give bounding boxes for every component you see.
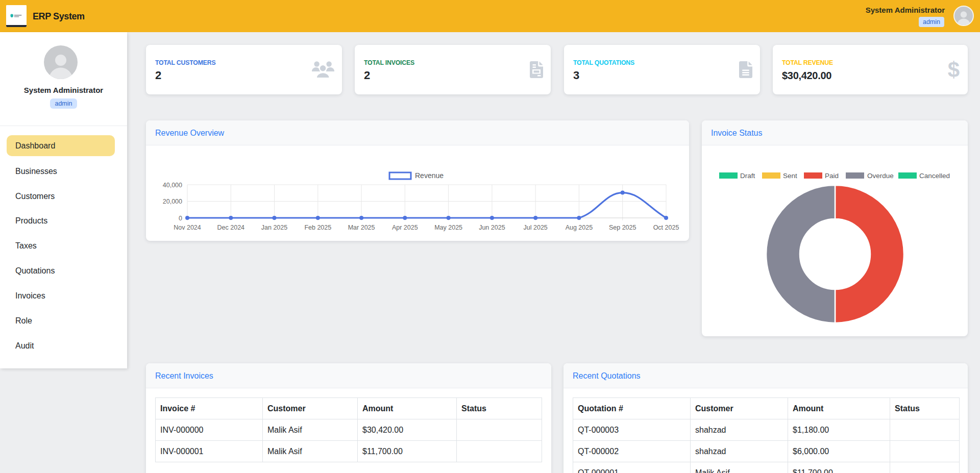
svg-text:Aug 2025: Aug 2025 <box>566 224 593 231</box>
svg-text:Revenue: Revenue <box>415 171 444 180</box>
svg-text:Jan 2025: Jan 2025 <box>261 224 287 231</box>
svg-text:Draft: Draft <box>740 172 755 180</box>
svg-text:0: 0 <box>179 215 182 222</box>
svg-text:Nov 2024: Nov 2024 <box>174 224 201 231</box>
svg-text:Sep 2025: Sep 2025 <box>609 224 636 231</box>
svg-text:Jul 2025: Jul 2025 <box>524 224 548 231</box>
svg-text:May 2025: May 2025 <box>434 224 462 231</box>
svg-text:Apr 2025: Apr 2025 <box>392 224 418 231</box>
svg-text:Cancelled: Cancelled <box>919 172 950 180</box>
svg-text:Sent: Sent <box>783 172 797 180</box>
svg-text:Mar 2025: Mar 2025 <box>348 224 375 231</box>
svg-text:Dec 2024: Dec 2024 <box>217 224 245 231</box>
svg-text:Paid: Paid <box>825 172 839 180</box>
svg-text:Oct 2025: Oct 2025 <box>653 224 679 231</box>
svg-text:40,000: 40,000 <box>163 182 182 189</box>
svg-text:Overdue: Overdue <box>867 172 894 180</box>
svg-text:Jun 2025: Jun 2025 <box>479 224 505 231</box>
svg-text:Feb 2025: Feb 2025 <box>304 224 331 231</box>
svg-text:20,000: 20,000 <box>163 198 182 205</box>
